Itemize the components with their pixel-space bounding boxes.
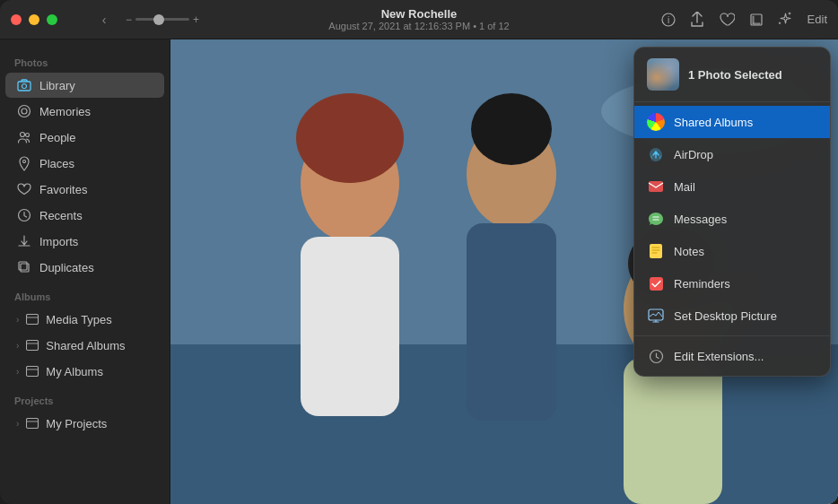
svg-text:i: i <box>667 15 668 25</box>
extensions-label: Edit Extensions... <box>674 350 764 363</box>
edit-button[interactable]: Edit <box>807 13 827 26</box>
back-button[interactable]: ‹ <box>93 9 115 30</box>
people-icon <box>16 129 32 145</box>
sidebar-item-my-albums[interactable]: › My Albums <box>5 359 164 384</box>
favorites-label: Favorites <box>39 183 87 196</box>
library-icon <box>16 77 32 93</box>
shared-albums-menu-label: Shared Albums <box>674 116 753 129</box>
titlebar-actions: i <box>661 12 827 28</box>
sidebar-item-shared-albums[interactable]: › Shared Albums <box>5 333 164 358</box>
messages-icon <box>647 210 665 228</box>
share-shared-albums[interactable]: Shared Albums <box>634 106 830 138</box>
svg-rect-31 <box>650 244 662 258</box>
magic-button[interactable] <box>778 12 793 27</box>
reminders-label: Reminders <box>674 277 730 291</box>
dropdown-menu: Shared Albums AirDrop <box>634 102 830 376</box>
reminders-icon <box>647 274 665 292</box>
airdrop-label: AirDrop <box>674 148 713 161</box>
share-notes[interactable]: Notes <box>634 235 830 267</box>
share-messages[interactable]: Messages <box>634 203 830 235</box>
sidebar-item-duplicates[interactable]: Duplicates <box>5 255 164 280</box>
zoom-plus[interactable]: + <box>193 13 199 26</box>
sidebar-item-people[interactable]: People <box>5 125 164 150</box>
my-projects-icon <box>24 415 40 431</box>
svg-rect-11 <box>21 264 29 272</box>
shared-albums-label: Shared Albums <box>46 339 125 352</box>
desktop-icon <box>647 307 665 325</box>
places-icon <box>16 155 32 171</box>
favorite-button[interactable] <box>719 13 735 27</box>
share-button[interactable] <box>690 12 704 28</box>
thumbnail-image <box>647 58 679 91</box>
shared-albums-menu-icon <box>647 113 665 131</box>
photo-selected-label: 1 Photo Selected <box>688 68 782 82</box>
recents-icon <box>16 207 32 223</box>
svg-rect-30 <box>649 181 663 192</box>
traffic-lights <box>11 14 57 25</box>
media-types-label: Media Types <box>46 313 111 326</box>
my-albums-icon <box>24 363 40 379</box>
places-label: Places <box>39 157 74 170</box>
nav-controls: ‹ − + <box>93 9 199 30</box>
zoom-minus[interactable]: − <box>126 13 132 26</box>
slider-track[interactable] <box>135 18 189 21</box>
sidebar: Photos Library M <box>0 39 170 504</box>
photos-section-label: Photos <box>0 47 170 72</box>
notes-label: Notes <box>674 245 704 258</box>
share-reminders[interactable]: Reminders <box>634 267 830 300</box>
svg-point-8 <box>26 134 30 137</box>
people-label: People <box>39 131 75 144</box>
memories-icon <box>16 103 32 119</box>
photo-title: New Rochelle <box>328 7 509 21</box>
sidebar-item-places[interactable]: Places <box>5 151 164 176</box>
main-content: Photos Library M <box>0 39 838 504</box>
share-airdrop[interactable]: AirDrop <box>634 138 830 170</box>
share-extensions[interactable]: Edit Extensions... <box>634 340 830 372</box>
albums-section-label: Albums <box>0 281 170 306</box>
crop-button[interactable] <box>749 13 764 27</box>
photo-area: 1 Photo Selected Shared Albums <box>170 39 838 504</box>
svg-rect-13 <box>26 314 38 324</box>
maximize-button[interactable] <box>47 14 57 25</box>
chevron-icon: › <box>16 419 19 429</box>
photo-thumbnail <box>647 58 679 91</box>
sidebar-item-my-projects[interactable]: › My Projects <box>5 411 164 436</box>
messages-label: Messages <box>674 213 727 226</box>
imports-label: Imports <box>39 235 78 248</box>
minimize-button[interactable] <box>29 14 39 25</box>
svg-rect-16 <box>26 418 38 428</box>
close-button[interactable] <box>11 14 22 25</box>
sidebar-item-recents[interactable]: Recents <box>5 203 164 228</box>
notes-icon <box>647 242 665 260</box>
sidebar-item-memories[interactable]: Memories <box>5 99 164 124</box>
chevron-icon: › <box>16 315 19 325</box>
duplicates-label: Duplicates <box>39 261 94 274</box>
dropdown-header: 1 Photo Selected <box>634 48 830 102</box>
sidebar-item-favorites[interactable]: Favorites <box>5 177 164 202</box>
sidebar-item-library[interactable]: Library <box>5 73 164 98</box>
svg-rect-14 <box>26 340 38 350</box>
svg-point-4 <box>22 84 27 89</box>
sidebar-item-media-types[interactable]: › Media Types <box>5 307 164 332</box>
photo-subtitle: August 27, 2021 at 12:16:33 PM • 1 of 12 <box>328 21 509 31</box>
projects-section-label: Projects <box>0 385 170 410</box>
zoom-slider[interactable]: − + <box>126 13 199 26</box>
desktop-label: Set Desktop Picture <box>674 309 777 323</box>
dropdown-separator <box>634 335 830 336</box>
share-mail[interactable]: Mail <box>634 170 830 203</box>
media-types-icon <box>24 311 40 327</box>
share-dropdown: 1 Photo Selected Shared Albums <box>633 47 831 377</box>
library-label: Library <box>39 79 75 92</box>
info-button[interactable]: i <box>661 13 676 27</box>
sidebar-item-imports[interactable]: Imports <box>5 229 164 254</box>
chevron-icon: › <box>16 367 19 377</box>
extensions-icon <box>647 347 665 365</box>
imports-icon <box>16 233 32 249</box>
svg-point-7 <box>21 133 25 137</box>
svg-rect-3 <box>18 82 31 91</box>
chevron-icon: › <box>16 341 19 351</box>
my-albums-label: My Albums <box>46 365 103 378</box>
duplicates-icon <box>16 259 32 275</box>
share-desktop[interactable]: Set Desktop Picture <box>634 300 830 332</box>
my-projects-label: My Projects <box>46 417 107 430</box>
